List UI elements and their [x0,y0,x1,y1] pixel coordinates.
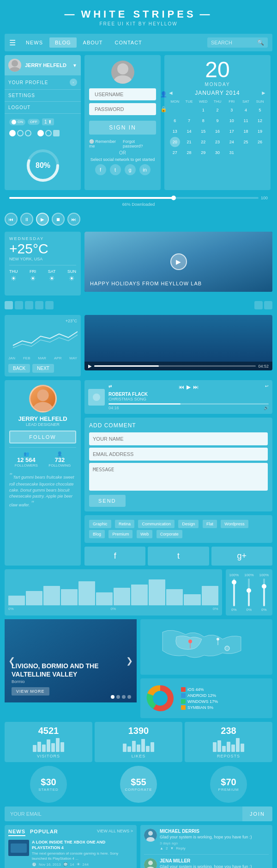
cal-cell[interactable]: 29 [198,148,208,158]
carousel-dot-1[interactable] [111,695,114,699]
slider-3-handle[interactable] [262,584,266,589]
page-dot-5[interactable] [45,301,54,309]
cal-cell[interactable]: 27 [170,148,180,158]
page-dot-6[interactable] [254,301,263,309]
cal-cell[interactable]: 11 [241,116,251,126]
cal-cell[interactable]: 14 [184,126,194,136]
vid-progress[interactable] [94,365,256,367]
cal-cell[interactable]: 13 [170,126,180,136]
cal-cell[interactable]: 18 [241,126,251,136]
rewind-button[interactable]: ⏮ [5,213,18,226]
page-dot-3[interactable] [25,301,33,309]
radio-btn-5[interactable] [45,130,52,136]
audio-next-btn[interactable]: ⏭ [193,384,199,390]
page-dot-2[interactable] [15,301,23,309]
toggle-on[interactable]: ON [9,119,25,125]
cal-cell[interactable]: 15 [198,126,208,136]
username-field[interactable]: 👤 [89,88,156,100]
cal-cell[interactable]: 24 [227,137,237,147]
password-field[interactable]: 🔒 [89,103,156,115]
counter[interactable]: 1 ⬆ [42,118,54,125]
slider-2-track[interactable] [248,579,250,606]
carousel-dot-2[interactable] [116,695,120,699]
thumbs-up-icon[interactable]: ▲ [160,846,163,850]
shuffle-icon[interactable]: ⇄ [108,384,112,390]
googleplus-login-icon[interactable]: g [125,164,136,175]
page-dot-1[interactable] [5,301,13,309]
password-input[interactable] [93,103,160,115]
comment-name-input[interactable] [89,432,268,445]
calendar-prev-btn[interactable]: ◄ [168,90,174,96]
cal-cell[interactable]: 12 [255,116,265,126]
facebook-login-icon[interactable]: f [95,164,106,175]
linkedin-login-icon[interactable]: in [139,164,151,175]
googleplus-button[interactable]: g+ [211,547,272,566]
tag-premium[interactable]: Premium [108,530,132,538]
cal-cell[interactable]: 30 [212,148,223,158]
radio-btn-4[interactable] [37,130,44,136]
tag-design[interactable]: Design [178,520,199,528]
nav-item-blog[interactable]: BLOG [49,37,77,48]
tag-blog[interactable]: Blog [89,530,105,538]
cal-cell-today[interactable]: 20 [170,137,180,147]
user-header[interactable]: JERRY HELFELD ▼ [5,55,81,75]
twitter-button[interactable]: t [148,547,209,566]
cal-cell[interactable]: 31 [227,148,237,158]
cal-cell[interactable]: 21 [184,137,194,147]
news-title-1[interactable]: A LOOK INSIDE THE XBOX ONE AND PLAYSTATI… [32,840,133,850]
cal-cell[interactable]: 16 [212,126,223,136]
toggle-off[interactable]: OFF [28,119,40,125]
radio-btn-3[interactable] [25,130,31,136]
slider-3-track[interactable] [263,579,265,606]
calendar-next-btn[interactable]: ► [261,90,267,96]
page-dot-4[interactable] [35,301,43,309]
carousel-prev-btn[interactable]: ❮ [8,656,15,666]
video-play-button[interactable]: ▶ [170,253,187,270]
stop-button[interactable]: ⏹ [52,213,65,226]
cal-cell[interactable]: 4 [241,105,251,115]
tag-communication[interactable]: Communication [138,520,175,528]
tag-web[interactable]: Web [137,530,152,538]
next-button[interactable]: NEXT [32,364,54,373]
view-all-news-link[interactable]: VIEW ALL NEWS > [97,829,133,836]
cal-cell[interactable]: 9 [212,116,223,126]
menu-item-settings[interactable]: SETTINGS [5,90,81,101]
audio-progress[interactable] [108,403,269,405]
tab-popular[interactable]: POPULAR [30,829,58,836]
fastforward-button[interactable]: ⏭ [67,213,80,226]
nav-item-contact[interactable]: CONTACT [109,37,147,48]
audio-prev-btn[interactable]: ⏮ [179,384,184,390]
hamburger-icon[interactable]: ☰ [9,38,16,47]
slider-1-track[interactable] [233,579,235,606]
cal-cell[interactable]: 26 [255,137,265,147]
download-handle[interactable] [171,196,176,200]
slider-2-handle[interactable] [247,588,251,593]
checkbox[interactable] [53,130,60,136]
tag-corporate[interactable]: Corporate [157,530,182,538]
cal-cell[interactable]: 1 [198,105,208,115]
follow-button[interactable]: FOLLOW [9,431,76,443]
carousel-dot-4[interactable] [127,695,131,699]
menu-item-profile[interactable]: YOUR PROFILE › [5,75,81,89]
reply-link-1[interactable]: Reply [176,846,185,850]
username-input[interactable] [93,88,160,100]
facebook-button[interactable]: f [84,547,145,566]
twitter-login-icon[interactable]: t [110,164,121,175]
page-dot-7[interactable] [264,301,272,309]
cal-cell[interactable]: 6 [170,116,180,126]
nav-item-news[interactable]: NEWS [20,37,48,48]
tag-graphic[interactable]: Graphic [89,520,111,528]
comment-email-input[interactable] [89,448,268,461]
price-premium-card[interactable]: $70 PREMIUM [210,766,247,803]
radio-btn-1[interactable] [9,130,16,136]
vid-play-btn[interactable]: ▶ [88,363,92,369]
cal-cell[interactable]: 28 [184,148,194,158]
tag-wordpress[interactable]: Wordpress [221,520,248,528]
cal-cell[interactable]: 8 [198,116,208,126]
join-button[interactable]: JOIN [242,806,272,821]
menu-item-logout[interactable]: LOGOUT [5,102,81,113]
radio-btn-2[interactable] [17,130,24,136]
carousel-next-btn[interactable]: ❯ [126,656,133,666]
slider-1-handle[interactable] [232,580,236,585]
forgot-password-link[interactable]: Forgot password? [123,139,156,148]
